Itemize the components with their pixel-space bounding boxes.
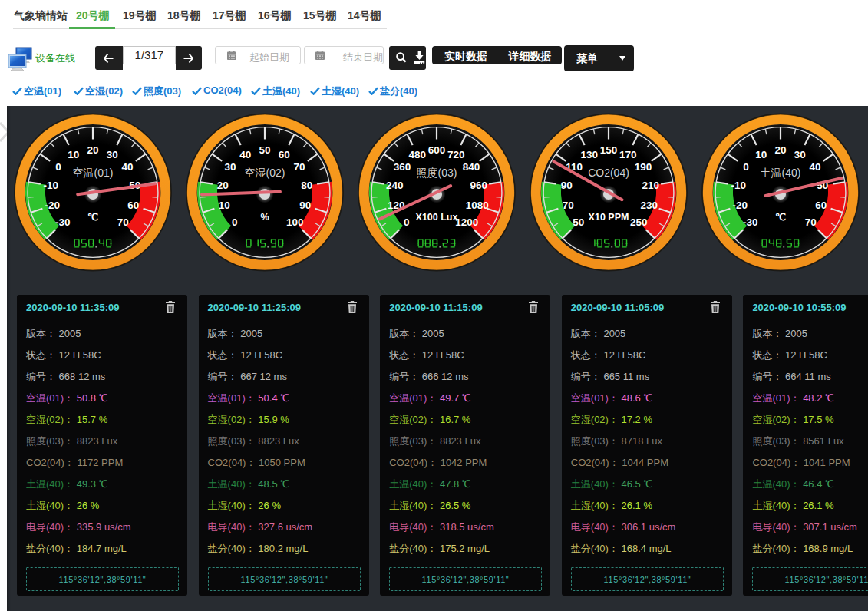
svg-text:10: 10	[755, 149, 767, 160]
svg-text:70: 70	[804, 216, 816, 228]
svg-text:30: 30	[106, 149, 117, 160]
svg-text:60: 60	[815, 200, 827, 211]
svg-text:70: 70	[117, 216, 128, 228]
svg-text:600: 600	[427, 144, 445, 156]
svg-text:230: 230	[640, 200, 658, 211]
svg-text:-10: -10	[43, 180, 58, 191]
svg-text:20: 20	[216, 180, 228, 191]
svg-text:90: 90	[299, 200, 311, 211]
svg-text:190: 190	[634, 161, 652, 173]
svg-text:10: 10	[68, 149, 79, 160]
svg-text:-20: -20	[45, 200, 60, 211]
svg-text:0: 0	[232, 216, 238, 228]
svg-text:60: 60	[127, 200, 139, 211]
svg-text:-30: -30	[743, 216, 758, 228]
svg-text:40: 40	[121, 161, 133, 173]
svg-text:115°36'12",38°59'11": 115°36'12",38°59'11"	[240, 575, 328, 584]
svg-text:1200: 1200	[455, 216, 478, 228]
svg-text:照度(03): 照度(03)	[416, 167, 457, 179]
svg-text:210: 210	[642, 180, 659, 191]
svg-text:960: 960	[470, 180, 487, 191]
svg-text:360: 360	[393, 161, 411, 173]
svg-text:1080: 1080	[465, 200, 488, 211]
svg-text:%: %	[260, 212, 269, 223]
svg-text:20: 20	[774, 144, 786, 156]
svg-text:℃: ℃	[87, 212, 97, 223]
svg-text:0: 0	[55, 161, 61, 173]
svg-text:115°36'12",38°59'11": 115°36'12",38°59'11"	[785, 575, 868, 584]
svg-text:70: 70	[562, 200, 573, 211]
svg-text:土温(40): 土温(40)	[760, 167, 800, 179]
svg-text:115°36'12",38°59'11": 115°36'12",38°59'11"	[603, 575, 691, 584]
svg-text:30: 30	[224, 161, 236, 173]
svg-text:20: 20	[87, 144, 98, 156]
svg-text:50: 50	[573, 216, 584, 228]
svg-text:115°36'12",38°59'11": 115°36'12",38°59'11"	[59, 575, 147, 584]
svg-text:90: 90	[560, 180, 572, 191]
svg-text:80: 80	[301, 180, 312, 191]
svg-text:115°36'12",38°59'11": 115°36'12",38°59'11"	[422, 575, 510, 584]
svg-text:40: 40	[239, 149, 251, 160]
svg-text:CO2(04): CO2(04)	[588, 167, 629, 179]
svg-text:130: 130	[580, 149, 598, 160]
svg-text:100: 100	[285, 216, 303, 228]
svg-text:250: 250	[629, 216, 647, 228]
svg-text:0: 0	[743, 161, 749, 173]
svg-text:-10: -10	[731, 180, 746, 191]
svg-text:720: 720	[447, 149, 464, 160]
svg-text:空湿(02): 空湿(02)	[244, 167, 285, 179]
svg-text:X100 Lux: X100 Lux	[415, 212, 457, 223]
svg-text:70: 70	[293, 161, 305, 173]
svg-text:50: 50	[259, 144, 270, 156]
svg-text:-30: -30	[55, 216, 71, 228]
svg-text:10: 10	[218, 200, 229, 211]
svg-text:℃: ℃	[774, 212, 785, 223]
svg-text:40: 40	[809, 161, 820, 173]
svg-text:170: 170	[619, 149, 636, 160]
svg-text:X10 PPM: X10 PPM	[588, 212, 629, 223]
svg-text:840: 840	[462, 161, 480, 173]
svg-text:30: 30	[794, 149, 805, 160]
svg-text:480: 480	[408, 149, 426, 160]
svg-text:-20: -20	[732, 200, 748, 211]
svg-text:空温(01): 空温(01)	[72, 167, 113, 179]
svg-text:150: 150	[599, 144, 617, 156]
svg-text:60: 60	[278, 149, 289, 160]
svg-text:0: 0	[404, 216, 410, 228]
svg-text:240: 240	[385, 180, 403, 191]
